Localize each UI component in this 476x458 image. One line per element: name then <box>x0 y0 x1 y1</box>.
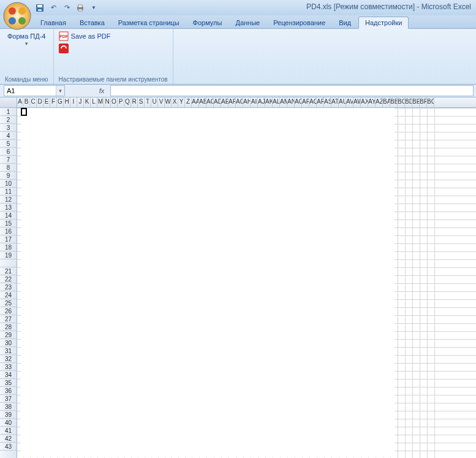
row-header[interactable]: 35 <box>0 379 17 387</box>
col-header[interactable]: W <box>165 97 172 107</box>
col-header[interactable]: AC <box>206 97 214 107</box>
save-icon[interactable] <box>34 2 45 13</box>
row-header[interactable]: 14 <box>0 212 17 219</box>
row-header[interactable]: 11 <box>0 188 17 196</box>
print-icon[interactable] <box>75 2 86 13</box>
row-header[interactable] <box>0 259 17 267</box>
col-header[interactable]: R <box>131 97 138 107</box>
row-header[interactable]: 19 <box>0 251 17 259</box>
row-header[interactable]: 17 <box>0 235 17 243</box>
row-header[interactable]: 26 <box>0 307 17 315</box>
form-pd4-button[interactable]: Форма ПД-4 ▼ <box>5 31 48 48</box>
row-header[interactable]: 5 <box>0 140 17 148</box>
col-header[interactable]: AA <box>192 97 199 107</box>
tab-addins[interactable]: Надстройки <box>358 17 409 29</box>
row-header[interactable]: 16 <box>0 227 17 235</box>
formula-input[interactable] <box>110 85 474 96</box>
row-header[interactable]: 23 <box>0 283 17 291</box>
col-header[interactable]: AO <box>295 97 302 107</box>
row-header[interactable]: 33 <box>0 363 17 371</box>
qat-more-icon[interactable]: ▼ <box>88 2 99 13</box>
row-header[interactable]: 2 <box>0 116 17 124</box>
tab-formulas[interactable]: Формулы <box>187 17 229 28</box>
row-header[interactable]: 18 <box>0 243 17 251</box>
col-header[interactable]: D <box>37 97 43 107</box>
select-all-button[interactable] <box>0 97 17 107</box>
row-header[interactable]: 32 <box>0 355 17 363</box>
col-header[interactable]: G <box>57 97 64 107</box>
row-header[interactable]: 13 <box>0 204 17 212</box>
row-header[interactable]: 41 <box>0 427 17 435</box>
col-header[interactable]: BC <box>398 97 405 107</box>
row-header[interactable]: 38 <box>0 403 17 411</box>
col-header[interactable]: AK <box>265 97 273 107</box>
col-header[interactable]: N <box>104 97 111 107</box>
col-header[interactable]: AT <box>331 97 339 107</box>
col-header[interactable]: AD <box>214 97 221 107</box>
col-header[interactable]: AL <box>273 97 280 107</box>
row-header[interactable]: 43 <box>0 443 17 451</box>
tab-view[interactable]: Вид <box>333 17 357 28</box>
col-header[interactable]: AR <box>317 97 324 107</box>
tab-home[interactable]: Главная <box>34 17 72 28</box>
col-header[interactable]: BG <box>427 97 434 107</box>
col-header[interactable]: AZ <box>376 97 383 107</box>
col-header[interactable]: AN <box>287 97 295 107</box>
col-header[interactable]: AG <box>236 97 243 107</box>
row-header[interactable]: 30 <box>0 339 17 347</box>
col-header[interactable]: M <box>97 97 104 107</box>
col-header[interactable]: F <box>50 97 57 107</box>
col-header[interactable]: A <box>17 97 23 107</box>
row-header[interactable]: 29 <box>0 331 17 339</box>
col-header[interactable]: AP <box>302 97 309 107</box>
row-header[interactable]: 10 <box>0 180 17 188</box>
row-header[interactable]: 6 <box>0 148 17 156</box>
col-header[interactable]: S <box>138 97 145 107</box>
row-header[interactable]: 36 <box>0 387 17 395</box>
col-header[interactable]: L <box>91 97 97 107</box>
col-header[interactable]: I <box>70 97 77 107</box>
row-header[interactable]: 15 <box>0 219 17 227</box>
col-header[interactable]: AF <box>229 97 236 107</box>
col-header[interactable]: AY <box>368 97 376 107</box>
col-header[interactable]: Z <box>185 97 192 107</box>
redo-icon[interactable]: ↷ <box>61 2 72 13</box>
save-as-pdf-button[interactable]: PDF Save as PDF <box>59 31 111 41</box>
col-header[interactable]: H <box>64 97 70 107</box>
col-header[interactable]: BF <box>420 97 427 107</box>
tab-layout[interactable]: Разметка страницы <box>112 17 186 28</box>
col-header[interactable]: K <box>84 97 91 107</box>
col-header[interactable]: BB <box>390 97 398 107</box>
col-header[interactable]: U <box>151 97 158 107</box>
col-header[interactable]: AE <box>221 97 229 107</box>
tab-data[interactable]: Данные <box>229 17 266 28</box>
row-header[interactable]: 8 <box>0 164 17 172</box>
col-header[interactable]: AS <box>324 97 331 107</box>
row-header[interactable]: 42 <box>0 435 17 443</box>
row-header[interactable]: 9 <box>0 172 17 180</box>
col-header[interactable]: AX <box>361 97 368 107</box>
row-header[interactable]: 31 <box>0 347 17 355</box>
col-header[interactable]: B <box>23 97 30 107</box>
col-header[interactable]: X <box>172 97 178 107</box>
col-header[interactable]: AB <box>199 97 206 107</box>
row-header[interactable]: 3 <box>0 124 17 132</box>
col-header[interactable]: AU <box>339 97 346 107</box>
undo-icon[interactable]: ↶ <box>48 2 59 13</box>
row-header[interactable]: 22 <box>0 275 17 283</box>
row-header[interactable]: 21 <box>0 267 17 275</box>
col-header[interactable]: AQ <box>309 97 317 107</box>
col-header[interactable]: J <box>77 97 84 107</box>
fx-icon[interactable]: fx <box>96 87 108 94</box>
pdf-tool-button[interactable] <box>59 44 111 53</box>
name-box[interactable]: A1 ▼ <box>4 85 65 96</box>
cells-area[interactable]: Извещение Кассир СБЕРБАНК РОССИИФорма № … <box>17 108 476 458</box>
row-header[interactable]: 28 <box>0 323 17 331</box>
office-button[interactable] <box>2 1 32 31</box>
col-header[interactable]: AJ <box>258 97 265 107</box>
col-header[interactable]: Y <box>178 97 185 107</box>
name-box-dropdown-icon[interactable]: ▼ <box>56 86 64 96</box>
col-header[interactable]: BA <box>383 97 390 107</box>
col-header[interactable]: BE <box>412 97 420 107</box>
col-header[interactable]: AW <box>353 97 361 107</box>
